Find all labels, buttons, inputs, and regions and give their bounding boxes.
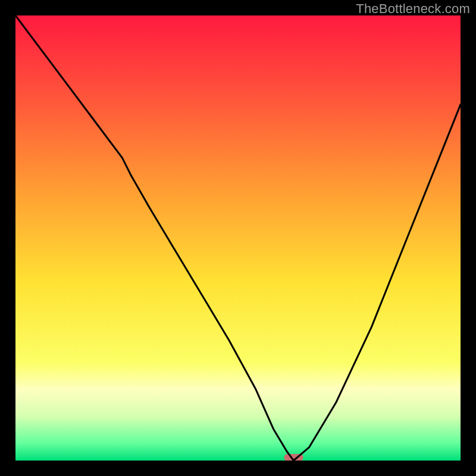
gradient-background: [15, 15, 461, 461]
chart-stage: TheBottleneck.com: [0, 0, 476, 476]
plot-frame: [15, 15, 461, 461]
watermark-label: TheBottleneck.com: [356, 1, 470, 17]
chart-svg: [15, 15, 461, 461]
